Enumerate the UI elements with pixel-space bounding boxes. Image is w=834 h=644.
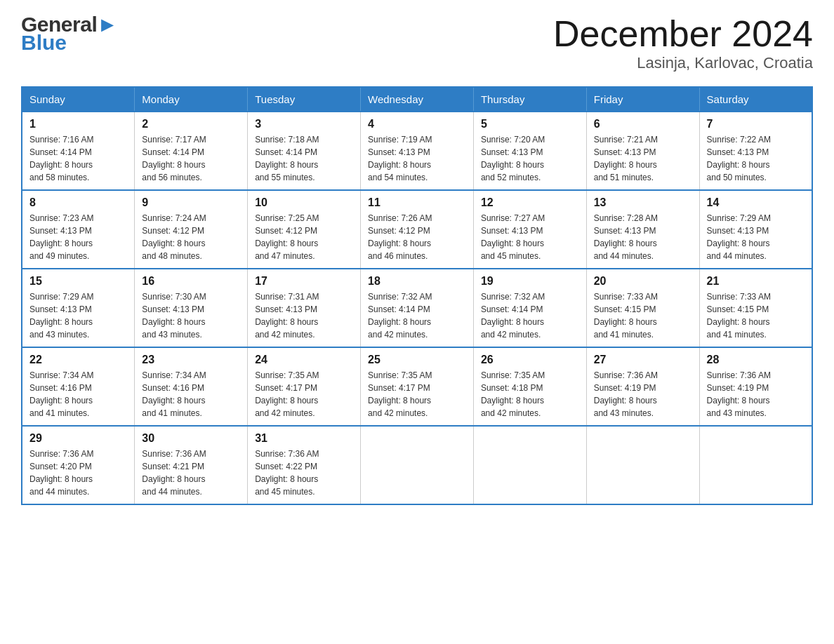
day-info: Sunrise: 7:32 AM Sunset: 4:14 PM Dayligh… [481, 290, 579, 341]
day-number: 10 [255, 196, 353, 209]
calendar-day-cell: 26 Sunrise: 7:35 AM Sunset: 4:18 PM Dayl… [473, 347, 586, 426]
day-number: 14 [707, 196, 805, 209]
day-number: 2 [142, 118, 240, 130]
day-number: 5 [481, 118, 579, 130]
day-number: 23 [142, 354, 240, 366]
day-info: Sunrise: 7:32 AM Sunset: 4:14 PM Dayligh… [368, 290, 466, 341]
header-tuesday: Tuesday [248, 87, 361, 112]
logo-arrow-icon: ► [97, 13, 117, 36]
calendar-day-cell [473, 426, 586, 504]
location-title: Lasinja, Karlovac, Croatia [553, 54, 813, 72]
calendar-header: Sunday Monday Tuesday Wednesday Thursday… [22, 87, 812, 112]
day-number: 29 [29, 432, 127, 445]
day-info: Sunrise: 7:29 AM Sunset: 4:13 PM Dayligh… [29, 290, 127, 341]
calendar-day-cell: 22 Sunrise: 7:34 AM Sunset: 4:16 PM Dayl… [22, 347, 135, 426]
day-info: Sunrise: 7:22 AM Sunset: 4:13 PM Dayligh… [707, 133, 805, 184]
day-info: Sunrise: 7:31 AM Sunset: 4:13 PM Dayligh… [255, 290, 353, 341]
calendar-day-cell: 18 Sunrise: 7:32 AM Sunset: 4:14 PM Dayl… [361, 269, 474, 347]
day-number: 30 [142, 432, 240, 445]
day-info: Sunrise: 7:35 AM Sunset: 4:18 PM Dayligh… [481, 369, 579, 420]
day-info: Sunrise: 7:18 AM Sunset: 4:14 PM Dayligh… [255, 133, 353, 184]
calendar-day-cell: 4 Sunrise: 7:19 AM Sunset: 4:13 PM Dayli… [361, 112, 474, 190]
day-info: Sunrise: 7:30 AM Sunset: 4:13 PM Dayligh… [142, 290, 240, 341]
day-number: 11 [368, 196, 466, 209]
calendar-table: Sunday Monday Tuesday Wednesday Thursday… [21, 86, 813, 505]
day-number: 25 [368, 354, 466, 366]
day-number: 3 [255, 118, 353, 130]
calendar-day-cell: 10 Sunrise: 7:25 AM Sunset: 4:12 PM Dayl… [248, 190, 361, 269]
day-number: 19 [481, 275, 579, 288]
day-info: Sunrise: 7:36 AM Sunset: 4:21 PM Dayligh… [142, 448, 240, 498]
calendar-week-row: 29 Sunrise: 7:36 AM Sunset: 4:20 PM Dayl… [22, 426, 812, 504]
day-info: Sunrise: 7:26 AM Sunset: 4:12 PM Dayligh… [368, 212, 466, 262]
calendar-week-row: 8 Sunrise: 7:23 AM Sunset: 4:13 PM Dayli… [22, 190, 812, 269]
day-info: Sunrise: 7:36 AM Sunset: 4:19 PM Dayligh… [707, 369, 805, 420]
day-info: Sunrise: 7:17 AM Sunset: 4:14 PM Dayligh… [142, 133, 240, 184]
page-header: General► Blue December 2024 Lasinja, Kar… [21, 14, 813, 72]
day-number: 22 [29, 354, 127, 366]
day-info: Sunrise: 7:33 AM Sunset: 4:15 PM Dayligh… [594, 290, 692, 341]
calendar-day-cell: 11 Sunrise: 7:26 AM Sunset: 4:12 PM Dayl… [361, 190, 474, 269]
day-number: 21 [707, 275, 805, 288]
calendar-day-cell: 2 Sunrise: 7:17 AM Sunset: 4:14 PM Dayli… [135, 112, 248, 190]
day-number: 28 [707, 354, 805, 366]
day-info: Sunrise: 7:23 AM Sunset: 4:13 PM Dayligh… [29, 212, 127, 262]
calendar-day-cell: 19 Sunrise: 7:32 AM Sunset: 4:14 PM Dayl… [473, 269, 586, 347]
header-thursday: Thursday [473, 87, 586, 112]
day-headers-row: Sunday Monday Tuesday Wednesday Thursday… [22, 87, 812, 112]
header-friday: Friday [586, 87, 699, 112]
calendar-day-cell: 3 Sunrise: 7:18 AM Sunset: 4:14 PM Dayli… [248, 112, 361, 190]
day-number: 27 [594, 354, 692, 366]
calendar-day-cell: 1 Sunrise: 7:16 AM Sunset: 4:14 PM Dayli… [22, 112, 135, 190]
header-monday: Monday [135, 87, 248, 112]
calendar-day-cell: 12 Sunrise: 7:27 AM Sunset: 4:13 PM Dayl… [473, 190, 586, 269]
day-info: Sunrise: 7:35 AM Sunset: 4:17 PM Dayligh… [255, 369, 353, 420]
day-number: 4 [368, 118, 466, 130]
day-info: Sunrise: 7:27 AM Sunset: 4:13 PM Dayligh… [481, 212, 579, 262]
calendar-day-cell: 30 Sunrise: 7:36 AM Sunset: 4:21 PM Dayl… [135, 426, 248, 504]
header-wednesday: Wednesday [361, 87, 474, 112]
day-info: Sunrise: 7:24 AM Sunset: 4:12 PM Dayligh… [142, 212, 240, 262]
calendar-day-cell: 21 Sunrise: 7:33 AM Sunset: 4:15 PM Dayl… [699, 269, 812, 347]
day-number: 31 [255, 432, 353, 445]
day-info: Sunrise: 7:36 AM Sunset: 4:20 PM Dayligh… [29, 448, 127, 498]
day-number: 6 [594, 118, 692, 130]
calendar-day-cell: 15 Sunrise: 7:29 AM Sunset: 4:13 PM Dayl… [22, 269, 135, 347]
calendar-day-cell: 28 Sunrise: 7:36 AM Sunset: 4:19 PM Dayl… [699, 347, 812, 426]
calendar-day-cell: 24 Sunrise: 7:35 AM Sunset: 4:17 PM Dayl… [248, 347, 361, 426]
calendar-day-cell: 17 Sunrise: 7:31 AM Sunset: 4:13 PM Dayl… [248, 269, 361, 347]
day-number: 12 [481, 196, 579, 209]
calendar-day-cell: 29 Sunrise: 7:36 AM Sunset: 4:20 PM Dayl… [22, 426, 135, 504]
day-number: 15 [29, 275, 127, 288]
day-info: Sunrise: 7:34 AM Sunset: 4:16 PM Dayligh… [29, 369, 127, 420]
calendar-day-cell [361, 426, 474, 504]
month-title: December 2024 [553, 14, 813, 54]
day-info: Sunrise: 7:20 AM Sunset: 4:13 PM Dayligh… [481, 133, 579, 184]
day-number: 16 [142, 275, 240, 288]
day-number: 24 [255, 354, 353, 366]
calendar-title-area: December 2024 Lasinja, Karlovac, Croatia [553, 14, 813, 72]
calendar-day-cell: 25 Sunrise: 7:35 AM Sunset: 4:17 PM Dayl… [361, 347, 474, 426]
day-info: Sunrise: 7:34 AM Sunset: 4:16 PM Dayligh… [142, 369, 240, 420]
day-info: Sunrise: 7:25 AM Sunset: 4:12 PM Dayligh… [255, 212, 353, 262]
day-info: Sunrise: 7:35 AM Sunset: 4:17 PM Dayligh… [368, 369, 466, 420]
header-saturday: Saturday [699, 87, 812, 112]
day-number: 18 [368, 275, 466, 288]
day-number: 1 [29, 118, 127, 130]
calendar-day-cell: 14 Sunrise: 7:29 AM Sunset: 4:13 PM Dayl… [699, 190, 812, 269]
day-info: Sunrise: 7:28 AM Sunset: 4:13 PM Dayligh… [594, 212, 692, 262]
day-info: Sunrise: 7:29 AM Sunset: 4:13 PM Dayligh… [707, 212, 805, 262]
calendar-day-cell: 31 Sunrise: 7:36 AM Sunset: 4:22 PM Dayl… [248, 426, 361, 504]
logo: General► Blue [21, 14, 117, 53]
day-info: Sunrise: 7:36 AM Sunset: 4:22 PM Dayligh… [255, 448, 353, 498]
calendar-day-cell: 16 Sunrise: 7:30 AM Sunset: 4:13 PM Dayl… [135, 269, 248, 347]
day-number: 13 [594, 196, 692, 209]
calendar-day-cell [699, 426, 812, 504]
calendar-day-cell: 13 Sunrise: 7:28 AM Sunset: 4:13 PM Dayl… [586, 190, 699, 269]
calendar-day-cell: 6 Sunrise: 7:21 AM Sunset: 4:13 PM Dayli… [586, 112, 699, 190]
calendar-week-row: 1 Sunrise: 7:16 AM Sunset: 4:14 PM Dayli… [22, 112, 812, 190]
day-number: 26 [481, 354, 579, 366]
calendar-day-cell: 7 Sunrise: 7:22 AM Sunset: 4:13 PM Dayli… [699, 112, 812, 190]
day-info: Sunrise: 7:16 AM Sunset: 4:14 PM Dayligh… [29, 133, 127, 184]
calendar-day-cell: 8 Sunrise: 7:23 AM Sunset: 4:13 PM Dayli… [22, 190, 135, 269]
